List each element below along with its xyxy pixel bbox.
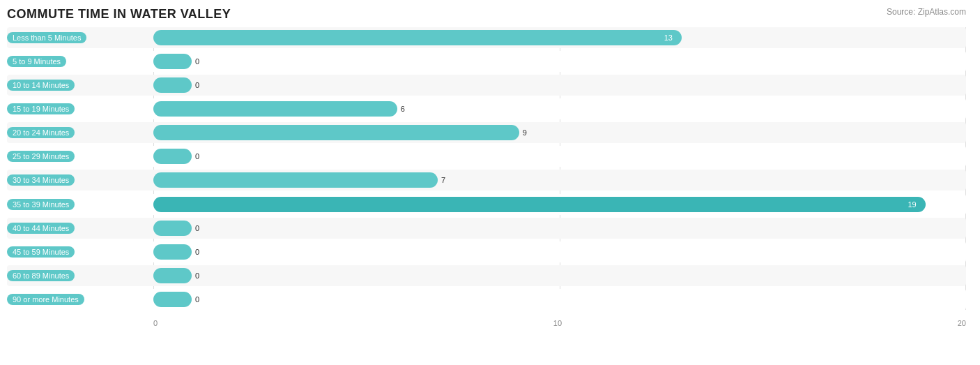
bar-value: 0: [195, 295, 199, 304]
bar-track: 0: [153, 221, 966, 236]
bar-value: 0: [195, 81, 199, 89]
bar-row: 40 to 44 Minutes0: [7, 218, 966, 239]
bar-fill: 19: [153, 197, 926, 212]
bar-row: 5 to 9 Minutes0: [7, 51, 966, 72]
bar-fill: [153, 54, 192, 69]
bar-label: 15 to 19 Minutes: [7, 103, 153, 114]
bar-row: 15 to 19 Minutes6: [7, 98, 966, 119]
x-tick: 10: [553, 319, 562, 327]
bar-label-pill: 35 to 39 Minutes: [7, 199, 75, 210]
bar-label-pill: 60 to 89 Minutes: [7, 270, 75, 281]
bar-label-pill: 15 to 19 Minutes: [7, 103, 75, 114]
bar-fill: [153, 268, 192, 283]
x-tick: 0: [153, 319, 158, 327]
bar-label: 90 or more Minutes: [7, 294, 153, 305]
bar-row: 90 or more Minutes0: [7, 289, 966, 310]
bar-label: 20 to 24 Minutes: [7, 127, 153, 138]
bar-track: 6: [153, 101, 966, 117]
bar-row: 25 to 29 Minutes0: [7, 146, 966, 167]
bar-value: 7: [441, 176, 445, 184]
bar-track: 13: [153, 30, 966, 45]
bar-value: 0: [195, 271, 199, 280]
x-tick: 20: [958, 319, 966, 327]
bars-container: Less than 5 Minutes135 to 9 Minutes010 t…: [7, 27, 966, 310]
chart-source: Source: ZipAtlas.com: [887, 7, 966, 17]
bar-track: 9: [153, 125, 966, 140]
bar-label: 30 to 34 Minutes: [7, 174, 153, 186]
bar-label-pill: 25 to 29 Minutes: [7, 151, 75, 162]
bar-label-pill: Less than 5 Minutes: [7, 32, 86, 43]
x-axis: 01020: [153, 319, 966, 327]
bar-label-pill: 30 to 34 Minutes: [7, 174, 75, 186]
bar-fill: [153, 292, 192, 307]
bar-track: 0: [153, 292, 966, 307]
bar-track: 0: [153, 149, 966, 164]
bar-fill: [153, 172, 438, 188]
bar-value: 19: [908, 200, 921, 209]
bar-row: 45 to 59 Minutes0: [7, 241, 966, 262]
bar-label: 25 to 29 Minutes: [7, 151, 153, 162]
bar-row: 30 to 34 Minutes7: [7, 170, 966, 191]
bar-value: 6: [401, 105, 405, 113]
bar-label: 35 to 39 Minutes: [7, 199, 153, 210]
bar-value: 0: [195, 224, 199, 232]
bar-label-pill: 45 to 59 Minutes: [7, 246, 75, 258]
bar-track: 0: [153, 244, 966, 260]
bar-label: 45 to 59 Minutes: [7, 246, 153, 258]
bar-row: 20 to 24 Minutes9: [7, 122, 966, 143]
bar-label: 60 to 89 Minutes: [7, 270, 153, 281]
bar-fill: [153, 77, 192, 93]
bar-fill: [153, 101, 397, 117]
bar-value: 0: [195, 152, 199, 161]
bar-label-pill: 40 to 44 Minutes: [7, 223, 75, 234]
bar-track: 19: [153, 197, 966, 212]
bar-track: 7: [153, 172, 966, 188]
chart-header: COMMUTE TIME IN WATER VALLEY Source: Zip…: [7, 7, 966, 22]
bar-row: 10 to 14 Minutes0: [7, 75, 966, 96]
bar-label-pill: 90 or more Minutes: [7, 294, 84, 305]
bar-label-pill: 5 to 9 Minutes: [7, 56, 66, 67]
bar-fill: [153, 149, 192, 164]
bar-label-pill: 20 to 24 Minutes: [7, 127, 75, 138]
bar-row: Less than 5 Minutes13: [7, 27, 966, 48]
bar-label: Less than 5 Minutes: [7, 32, 153, 43]
chart-area: Less than 5 Minutes135 to 9 Minutes010 t…: [7, 27, 966, 327]
bar-fill: [153, 125, 519, 140]
bar-label: 5 to 9 Minutes: [7, 56, 153, 67]
bar-label: 10 to 14 Minutes: [7, 80, 153, 91]
bar-label: 40 to 44 Minutes: [7, 223, 153, 234]
bar-track: 0: [153, 268, 966, 283]
bar-value: 9: [523, 128, 527, 137]
bar-row: 60 to 89 Minutes0: [7, 265, 966, 286]
bar-value: 0: [195, 248, 199, 256]
bar-track: 0: [153, 77, 966, 93]
bar-label-pill: 10 to 14 Minutes: [7, 80, 75, 91]
bar-value: 0: [195, 57, 199, 66]
bar-track: 0: [153, 54, 966, 69]
bar-row: 35 to 39 Minutes19: [7, 194, 966, 215]
bar-value: 13: [664, 33, 678, 42]
bar-fill: 13: [153, 30, 682, 45]
chart-title: COMMUTE TIME IN WATER VALLEY: [7, 7, 231, 22]
bar-fill: [153, 244, 192, 260]
bar-fill: [153, 221, 192, 236]
chart-container: COMMUTE TIME IN WATER VALLEY Source: Zip…: [0, 0, 980, 365]
